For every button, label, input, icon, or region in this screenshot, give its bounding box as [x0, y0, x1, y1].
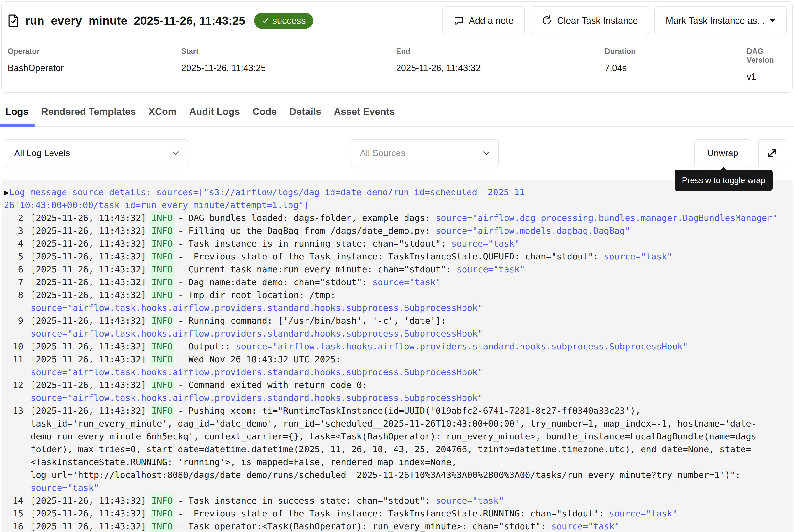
log-line: 12[2025-11-26, 11:43:32] INFO - Command … — [4, 379, 778, 404]
log-line-content: [2025-11-26, 11:43:32] INFO - Command ex… — [31, 379, 778, 404]
log-level-badge: INFO — [150, 211, 174, 225]
log-line: 16[2025-11-26, 11:43:32] INFO - Task ope… — [4, 520, 778, 532]
meta-value: v1 — [747, 72, 787, 82]
log-source-link[interactable]: source="task" — [551, 521, 620, 531]
log-line: 11[2025-11-26, 11:43:32] INFO - Wed Nov … — [4, 353, 778, 379]
task-instance-header-card: run_every_minute 2025-11-26, 11:43:25 su… — [1, 1, 793, 93]
log-source-link[interactable]: source="task" — [372, 277, 441, 287]
add-note-button[interactable]: Add a note — [442, 6, 525, 35]
header-top-row: run_every_minute 2025-11-26, 11:43:25 su… — [8, 6, 787, 35]
log-line-content: [2025-11-26, 11:43:32] INFO - Task insta… — [31, 237, 778, 250]
log-source-link[interactable]: source="task" — [451, 239, 520, 249]
log-lines: 2[2025-11-26, 11:43:32] INFO - DAG bundl… — [4, 211, 778, 532]
meta-value: 2025-11-26, 11:43:32 — [396, 63, 605, 73]
expand-arrows-icon — [767, 148, 778, 159]
log-source-link[interactable]: source="airflow.task.hooks.airflow.provi… — [236, 341, 688, 352]
expander-triangle-icon[interactable]: ▶ — [4, 187, 9, 197]
log-line: 6[2025-11-26, 11:43:32] INFO - Current t… — [4, 263, 778, 276]
log-source-select-placeholder: All Sources — [360, 148, 405, 158]
log-line: 9[2025-11-26, 11:43:32] INFO - Running c… — [4, 314, 778, 340]
log-line: 5[2025-11-26, 11:43:32] INFO - Previous … — [4, 250, 778, 263]
meta-label: Operator — [8, 47, 181, 56]
log-line-content: [2025-11-26, 11:43:32] INFO - Wed Nov 26… — [31, 353, 778, 379]
log-line-content: [2025-11-26, 11:43:32] INFO - DAG bundle… — [31, 211, 778, 224]
log-message-text: - Pushing xcom: ti="RuntimeTaskInstance(… — [31, 406, 762, 480]
log-source-link[interactable]: source="task" — [609, 509, 678, 518]
log-line-content: [2025-11-26, 11:43:32] INFO - Previous s… — [31, 507, 778, 520]
log-line: 10[2025-11-26, 11:43:32] INFO - Output::… — [4, 340, 778, 353]
meta-dag-version: DAG Version v1 — [747, 47, 787, 82]
log-line-number: 9 — [4, 314, 23, 340]
log-source-link[interactable]: source="airflow.task.hooks.airflow.provi… — [31, 328, 483, 339]
meta-label: End — [396, 47, 605, 56]
log-source-link[interactable]: source="task" — [457, 264, 525, 274]
log-line: 14[2025-11-26, 11:43:32] INFO - Task ins… — [4, 494, 778, 507]
log-line-content: [2025-11-26, 11:43:32] INFO - Dag name:d… — [31, 276, 778, 288]
log-source-link[interactable]: source="task" — [604, 251, 672, 261]
caret-down-icon — [770, 19, 776, 22]
tab-asset-events[interactable]: Asset Events — [328, 106, 401, 126]
tab-audit-logs[interactable]: Audit Logs — [183, 106, 246, 126]
log-message-text: - Previous state of the Task instance: T… — [172, 509, 609, 518]
task-meta-row: Operator BashOperator Start 2025-11-26, … — [8, 47, 787, 82]
tooltip-arrow — [720, 163, 727, 171]
log-message-text: - Task operator:<Task(BashOperator): run… — [172, 521, 551, 531]
clear-task-instance-button[interactable]: Clear Task Instance — [530, 6, 649, 35]
log-line-content: [2025-11-26, 11:43:32] INFO - Previous s… — [31, 250, 778, 263]
log-message-text: - Task instance in success state: chan="… — [172, 496, 436, 506]
status-badge: success — [254, 13, 313, 29]
log-line: 8[2025-11-26, 11:43:32] INFO - Tmp dir r… — [4, 288, 778, 314]
title-group: run_every_minute 2025-11-26, 11:43:25 su… — [8, 13, 313, 29]
meta-label: DAG Version — [747, 47, 787, 64]
log-level-badge: INFO — [150, 352, 174, 366]
log-line-content: [2025-11-26, 11:43:32] INFO - Current ta… — [31, 263, 778, 276]
log-source-link[interactable]: source="airflow.task.hooks.airflow.provi… — [31, 393, 483, 403]
log-line-number: 14 — [4, 494, 23, 507]
mark-task-instance-as-button[interactable]: Mark Task Instance as... — [654, 6, 787, 35]
tab-code[interactable]: Code — [246, 106, 283, 126]
refresh-icon — [541, 15, 552, 26]
meta-value: 7.04s — [605, 63, 747, 73]
tab-xcom[interactable]: XCom — [142, 106, 183, 126]
log-source-link[interactable]: source="airflow.dag_processing.bundles.m… — [436, 213, 777, 223]
log-level-badge: INFO — [150, 519, 174, 532]
log-line-number: 4 — [4, 237, 23, 250]
log-level-select[interactable]: All Log Levels — [5, 139, 188, 167]
tab-rendered-templates[interactable]: Rendered Templates — [35, 106, 143, 126]
tab-logs[interactable]: Logs — [0, 106, 35, 126]
log-level-badge: INFO — [150, 378, 174, 392]
tab-details[interactable]: Details — [283, 106, 327, 126]
log-level-select-value: All Log Levels — [14, 148, 70, 158]
log-line: 3[2025-11-26, 11:43:32] INFO - Filling u… — [4, 224, 778, 237]
log-line-content: [2025-11-26, 11:43:32] INFO - Pushing xc… — [31, 404, 778, 494]
log-line-number: 13 — [4, 404, 23, 494]
fullscreen-button[interactable] — [758, 139, 786, 167]
log-level-badge: INFO — [150, 262, 174, 276]
log-message-text: - Command exited with return code 0: — [172, 380, 372, 390]
log-line-number: 5 — [4, 250, 23, 263]
log-line: 15[2025-11-26, 11:43:32] INFO - Previous… — [4, 507, 778, 520]
log-line-number: 15 — [4, 507, 23, 520]
log-message-text: - Tmp dir root location: /tmp: — [172, 290, 341, 300]
tab-bar: Logs Rendered Templates XCom Audit Logs … — [0, 106, 794, 127]
log-level-badge: INFO — [150, 224, 174, 238]
log-line: 13[2025-11-26, 11:43:32] INFO - Pushing … — [4, 404, 778, 494]
log-source-link[interactable]: source="airflow.task.hooks.airflow.provi… — [31, 303, 483, 313]
log-source-link[interactable]: source="task" — [31, 483, 99, 493]
log-level-badge: INFO — [150, 275, 174, 289]
log-line-content: [2025-11-26, 11:43:32] INFO - Output:: s… — [31, 340, 778, 353]
log-level-badge: INFO — [150, 494, 174, 508]
task-run-timestamp: 2025-11-26, 11:43:25 — [134, 14, 245, 27]
meta-duration: Duration 7.04s — [605, 47, 747, 82]
log-source-link[interactable]: source="task" — [436, 496, 504, 506]
log-source-link[interactable]: source="airflow.models.dagbag.DagBag" — [436, 226, 630, 236]
chevron-down-icon — [483, 151, 490, 155]
log-line-content: [2025-11-26, 11:43:32] INFO - Tmp dir ro… — [31, 288, 778, 314]
log-viewer[interactable]: ▶Log message source details: sources=["s… — [1, 180, 793, 532]
mark-task-instance-as-label: Mark Task Instance as... — [666, 16, 765, 26]
log-level-badge: INFO — [150, 249, 174, 263]
log-filter-row: All Log Levels All Sources Unwrap — [0, 139, 794, 167]
log-line-number: 12 — [4, 379, 23, 404]
log-source-select[interactable]: All Sources — [351, 139, 499, 167]
log-source-link[interactable]: source="airflow.task.hooks.airflow.provi… — [31, 367, 483, 377]
